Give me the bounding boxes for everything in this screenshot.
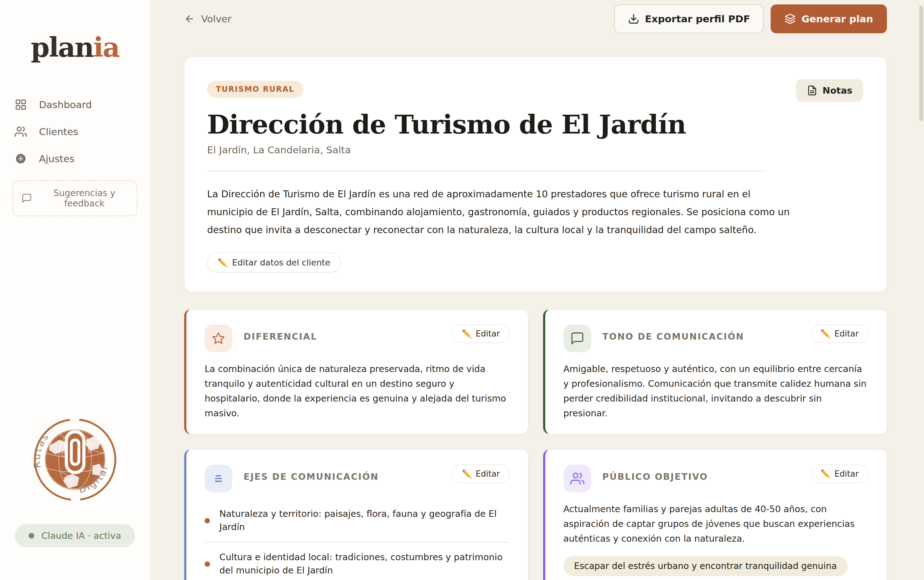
generate-plan-label: Generar plan — [802, 13, 873, 25]
sidebar-nav: Dashboard Clientes Ajustes — [0, 91, 150, 172]
bullet-dot-icon — [205, 562, 210, 567]
card-title-tono: TONO DE COMUNICACIÓN — [602, 331, 744, 342]
edit-client-data-label: Editar datos del cliente — [232, 258, 330, 267]
ai-status-badge: Claude IA · activa — [15, 524, 135, 547]
ejes-item-text: Naturaleza y territorio: paisajes, flora… — [219, 508, 510, 534]
speech-bubble-icon — [564, 325, 591, 352]
edit-label: Editar — [835, 469, 859, 478]
client-description: La Dirección de Turismo de El Jardín es … — [207, 185, 798, 239]
logo-text-ia: ia — [93, 31, 119, 63]
pencil-icon: ✏️ — [821, 330, 831, 338]
sidebar-item-label: Clientes — [39, 126, 78, 137]
diferencial-body: La combinación única de naturaleza prese… — [205, 362, 510, 421]
dashboard-grid-icon — [15, 98, 27, 111]
layers-icon — [784, 13, 796, 25]
card-ejes-comunicacion: EJES DE COMUNICACIÓN ✏️ Editar Naturalez… — [184, 449, 528, 580]
back-link-label: Volver — [201, 13, 232, 25]
client-profile-card: TURISMO RURAL Notas Dirección de Turismo… — [184, 56, 887, 292]
download-icon — [628, 13, 639, 25]
card-title-publico: PÚBLICO OBJETIVO — [602, 471, 708, 482]
generate-plan-button[interactable]: Generar plan — [771, 4, 887, 33]
logo-text-plan: plan — [31, 31, 93, 63]
list-item: Cultura e identidad local: tradiciones, … — [205, 543, 510, 580]
card-tono-comunicacion: TONO DE COMUNICACIÓN ✏️ Editar Amigable,… — [543, 309, 887, 434]
category-badge: TURISMO RURAL — [207, 81, 303, 98]
edit-ejes-button[interactable]: ✏️ Editar — [452, 465, 510, 483]
feedback-button[interactable]: Sugerencias y feedback — [13, 180, 137, 216]
sidebar-item-label: Dashboard — [39, 99, 92, 110]
sidebar-item-dashboard[interactable]: Dashboard — [15, 91, 135, 118]
export-pdf-button[interactable]: Exportar perfil PDF — [614, 4, 764, 33]
rutas-digitales-seal-logo: Rutas Digitales — [31, 415, 119, 504]
topbar: Volver Exportar perfil PDF Generar plan — [184, 0, 887, 38]
publico-body: Actualmente familias y parejas adultas d… — [564, 502, 869, 546]
ejes-item-text: Cultura e identidad local: tradiciones, … — [219, 551, 510, 577]
sidebar-item-ajustes[interactable]: Ajustes — [15, 145, 135, 172]
star-icon — [205, 325, 232, 352]
pencil-icon: ✏️ — [821, 470, 831, 478]
list-lines-icon — [205, 465, 232, 492]
ai-status-label: Claude IA · activa — [41, 531, 121, 541]
edit-diferencial-button[interactable]: ✏️ Editar — [452, 325, 510, 343]
edit-publico-button[interactable]: ✏️ Editar — [811, 465, 868, 483]
client-location: El Jardín, La Candelaria, Salta — [207, 144, 864, 155]
plania-logo: plania — [31, 34, 119, 61]
speech-bubble-icon — [21, 193, 32, 204]
users-icon — [564, 465, 591, 492]
notes-button-label: Notas — [822, 85, 852, 96]
export-pdf-label: Exportar perfil PDF — [645, 13, 750, 25]
sidebar-item-label: Ajustes — [39, 153, 74, 164]
edit-tono-button[interactable]: ✏️ Editar — [811, 325, 868, 343]
notes-button[interactable]: Notas — [796, 79, 863, 102]
pencil-icon: ✏️ — [218, 259, 228, 267]
card-title-diferencial: DIFERENCIAL — [244, 331, 317, 342]
users-icon — [15, 125, 27, 138]
page-title: Dirección de Turismo de El Jardín — [207, 110, 864, 139]
sidebar: plania Dashboard Clientes — [0, 0, 150, 580]
list-item: Naturaleza y territorio: paisajes, flora… — [205, 499, 510, 543]
edit-label: Editar — [476, 469, 500, 478]
publico-tags: Escapar del estrés urbano y encontrar tr… — [564, 556, 869, 580]
edit-client-data-button[interactable]: ✏️ Editar datos del cliente — [207, 253, 341, 272]
tono-body: Amigable, respetuoso y auténtico, con un… — [564, 362, 869, 421]
feedback-button-label: Sugerencias y feedback — [40, 188, 129, 209]
divider — [207, 171, 766, 171]
bullet-dot-icon — [205, 518, 210, 524]
status-dot-icon — [29, 533, 34, 539]
scrollbar-thumb[interactable] — [919, 6, 923, 121]
main-content: Volver Exportar perfil PDF Generar plan — [150, 0, 924, 580]
pencil-icon: ✏️ — [462, 470, 472, 478]
card-publico-objetivo: PÚBLICO OBJETIVO ✏️ Editar Actualmente f… — [543, 449, 887, 580]
arrow-left-icon — [184, 13, 195, 24]
gear-icon — [15, 152, 27, 165]
tag-pill: Escapar del estrés urbano y encontrar tr… — [564, 556, 848, 576]
edit-label: Editar — [476, 329, 500, 338]
back-link[interactable]: Volver — [184, 13, 232, 25]
info-cards-grid: DIFERENCIAL ✏️ Editar La combinación úni… — [184, 309, 887, 580]
card-title-ejes: EJES DE COMUNICACIÓN — [244, 471, 379, 482]
edit-label: Editar — [835, 329, 859, 338]
ejes-list: Naturaleza y territorio: paisajes, flora… — [205, 499, 510, 580]
card-diferencial: DIFERENCIAL ✏️ Editar La combinación úni… — [184, 309, 528, 434]
pencil-icon: ✏️ — [462, 330, 472, 338]
sidebar-item-clientes[interactable]: Clientes — [15, 118, 135, 145]
document-icon — [807, 85, 817, 96]
